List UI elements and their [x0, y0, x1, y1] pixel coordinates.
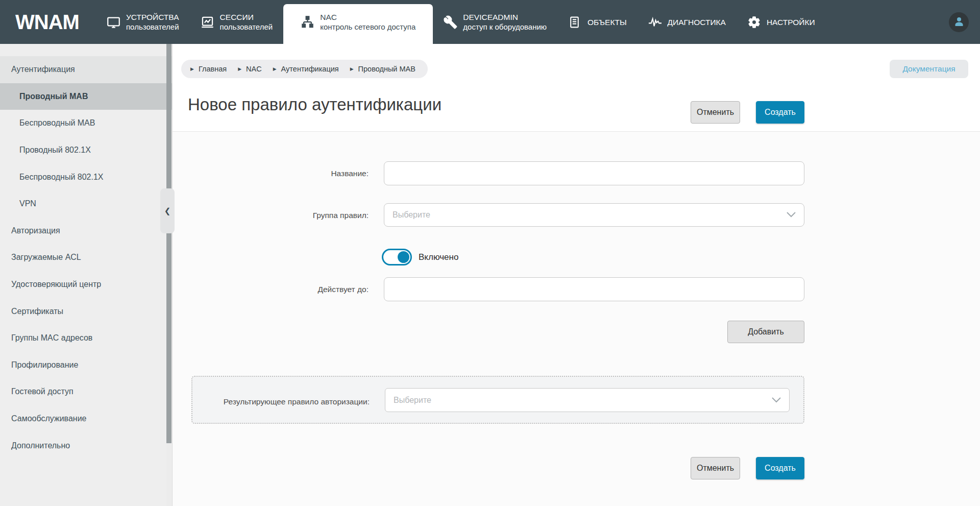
- sidebar-item-label: Загружаемые ACL: [11, 253, 81, 262]
- pulse-icon: [648, 15, 662, 29]
- nav-item-title: УСТРОЙСТВА: [126, 12, 179, 22]
- sidebar-item[interactable]: Самообслуживание: [0, 405, 172, 432]
- sidebar-item[interactable]: Дополнительно: [0, 432, 172, 459]
- add-button[interactable]: Добавить: [727, 321, 804, 343]
- result-rule-panel: Результирующее правило авторизации: Выбе…: [191, 376, 804, 424]
- nav-item-объекты[interactable]: ОБЪЕКТЫ: [557, 0, 638, 44]
- nav-item-subtitle: пользователей: [220, 22, 273, 32]
- sidebar-item-label: Удостоверяющий центр: [11, 280, 101, 289]
- breadcrumb-label: Проводный MAB: [358, 65, 415, 73]
- sidebar-item[interactable]: Беспроводный 802.1X: [0, 163, 172, 190]
- valid-until-label: Действует до:: [173, 285, 369, 294]
- main-menu: УСТРОЙСТВАпользователейСЕССИИпользовател…: [96, 0, 826, 44]
- sidebar-scrollbar-track[interactable]: [166, 44, 172, 506]
- sidebar-menu: АутентификацияПроводный MABБеспроводный …: [0, 44, 172, 459]
- sidebar-item[interactable]: Группы MAC адресов: [0, 325, 172, 352]
- chevron-down-icon: [787, 210, 796, 220]
- person-icon: [953, 15, 965, 30]
- nav-item-настройки[interactable]: НАСТРОЙКИ: [737, 0, 826, 44]
- sidebar-item-label: Беспроводный MAB: [19, 118, 95, 128]
- breadcrumb-label: Аутентификация: [281, 65, 339, 73]
- page-title: Новое правило аутентификации: [188, 95, 442, 114]
- nav-item-deviceadmin[interactable]: DEVICEADMINдоступ к оборудованию: [433, 0, 557, 44]
- sidebar-item[interactable]: Авторизация: [0, 218, 172, 245]
- sidebar-item[interactable]: Гостевой доступ: [0, 378, 172, 405]
- result-rule-select[interactable]: Выберите: [385, 388, 790, 412]
- document-icon: [568, 15, 582, 29]
- monitor-icon: [107, 15, 120, 29]
- nav-item-диагностика[interactable]: ДИАГНОСТИКА: [638, 0, 737, 44]
- sidebar-scrollbar-thumb[interactable]: [166, 44, 172, 443]
- breadcrumb-item[interactable]: ▶Аутентификация: [273, 65, 339, 73]
- nav-item-subtitle: доступ к оборудованию: [463, 22, 547, 32]
- sidebar-item-label: Группы MAC адресов: [11, 333, 92, 343]
- nav-item-title: СЕССИИ: [220, 12, 273, 22]
- cancel-button-top[interactable]: Отменить: [691, 101, 740, 124]
- sidebar-item-label: Аутентификация: [11, 65, 75, 74]
- sidebar-item[interactable]: Загружаемые ACL: [0, 244, 172, 271]
- sidebar-item[interactable]: VPN: [0, 190, 172, 218]
- form-area: Название: Группа правил: Выберите Включе…: [173, 132, 980, 506]
- sidebar-item-label: Проводный 802.1X: [19, 146, 91, 155]
- nav-item-устройства[interactable]: УСТРОЙСТВАпользователей: [96, 0, 190, 44]
- nav-item-title: DEVICEADMIN: [463, 12, 547, 22]
- breadcrumb-arrow-icon: ▶: [238, 66, 241, 71]
- chevron-down-icon: [772, 396, 781, 405]
- nav-item-сессии[interactable]: СЕССИИпользователей: [190, 0, 284, 44]
- enabled-label: Включено: [419, 252, 458, 262]
- sidebar: АутентификацияПроводный MABБеспроводный …: [0, 44, 173, 506]
- user-avatar[interactable]: [949, 12, 969, 32]
- sidebar-item[interactable]: Удостоверяющий центр: [0, 271, 172, 298]
- breadcrumb-item[interactable]: ▶Проводный MAB: [350, 65, 415, 73]
- sidebar-item[interactable]: Профилирование: [0, 352, 172, 379]
- sitemap-icon: [301, 15, 314, 29]
- nav-item-title: ОБЪЕКТЫ: [587, 17, 627, 27]
- nav-item-subtitle: контроль сетевого доступа: [320, 22, 415, 32]
- breadcrumb-arrow-icon: ▶: [273, 66, 277, 71]
- sidebar-item-label: Гостевой доступ: [11, 387, 74, 396]
- rule-group-placeholder: Выберите: [393, 210, 787, 220]
- breadcrumb-item[interactable]: ▶NAC: [238, 65, 262, 73]
- name-label: Название:: [173, 169, 369, 178]
- cancel-button-bottom[interactable]: Отменить: [691, 457, 740, 479]
- enabled-toggle[interactable]: [382, 249, 412, 266]
- sidebar-item[interactable]: Аутентификация: [0, 56, 172, 83]
- valid-until-input[interactable]: [384, 277, 804, 301]
- app-logo: WNAM: [0, 0, 96, 44]
- documentation-link[interactable]: Документация: [890, 60, 968, 78]
- breadcrumb-arrow-icon: ▶: [190, 66, 194, 71]
- nav-item-title: НАСТРОЙКИ: [767, 17, 815, 27]
- rule-group-label: Группа правил:: [173, 211, 369, 220]
- toggle-knob: [398, 251, 409, 263]
- sidebar-item[interactable]: Проводный 802.1X: [0, 137, 172, 164]
- name-input[interactable]: [384, 161, 804, 185]
- breadcrumb-item[interactable]: ▶Главная: [190, 65, 227, 73]
- nav-item-title: NAC: [320, 12, 415, 22]
- top-navbar: WNAM УСТРОЙСТВАпользователейСЕССИИпользо…: [0, 0, 980, 44]
- gear-icon: [747, 15, 761, 29]
- sidebar-item-label: Сертификаты: [11, 307, 63, 316]
- sidebar-collapse-button[interactable]: ❮: [160, 188, 175, 233]
- sidebar-item[interactable]: Сертификаты: [0, 298, 172, 325]
- nav-item-nac[interactable]: NACконтроль сетевого доступа: [283, 4, 433, 44]
- create-button-top[interactable]: Создать: [756, 101, 804, 124]
- rule-group-select[interactable]: Выберите: [384, 203, 804, 227]
- sessions-icon: [201, 15, 214, 29]
- tools-icon: [444, 15, 457, 29]
- breadcrumb-label: Главная: [199, 65, 227, 73]
- sidebar-item-label: Авторизация: [11, 226, 60, 235]
- sidebar-item-label: Беспроводный 802.1X: [19, 173, 104, 182]
- sidebar-item-label: VPN: [19, 199, 36, 208]
- sidebar-item[interactable]: Беспроводный MAB: [0, 110, 172, 137]
- chevron-left-icon: ❮: [164, 206, 171, 215]
- nav-item-title: ДИАГНОСТИКА: [668, 17, 726, 27]
- sidebar-item-label: Самообслуживание: [11, 414, 86, 423]
- breadcrumb-arrow-icon: ▶: [350, 66, 354, 71]
- sidebar-item[interactable]: Проводный MAB: [0, 83, 172, 110]
- sidebar-item-label: Проводный MAB: [19, 92, 88, 101]
- result-rule-label: Результирующее правило авторизации:: [192, 397, 370, 406]
- main-area: ▶Главная▶NAC▶Аутентификация▶Проводный MA…: [173, 44, 980, 506]
- create-button-bottom[interactable]: Создать: [756, 457, 804, 479]
- nav-item-subtitle: пользователей: [126, 22, 179, 32]
- sidebar-item-label: Профилирование: [11, 360, 78, 370]
